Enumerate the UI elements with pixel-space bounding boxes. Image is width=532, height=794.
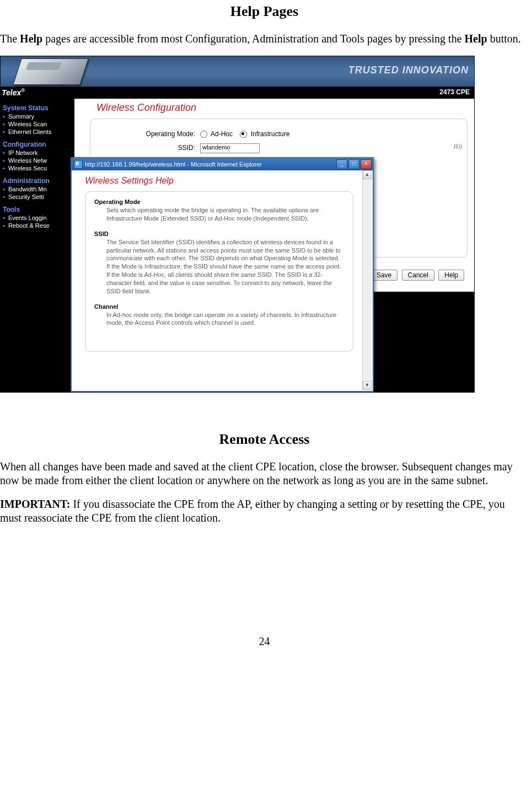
text-bold: Help	[20, 33, 42, 45]
sidebar-item-label: Wireless Secu	[7, 165, 47, 171]
help-topic-title: Channel	[94, 303, 344, 310]
maximize-icon[interactable]: □	[348, 159, 359, 169]
sidebar-category: Tools	[3, 206, 77, 213]
bullet-icon: •	[3, 222, 5, 229]
button-bar: Save Cancel Help	[368, 270, 464, 281]
sidebar-item[interactable]: • IP Network	[3, 149, 77, 156]
page-number: 24	[0, 635, 529, 648]
sidebar-category: System Status	[3, 104, 77, 112]
bullet-icon: •	[3, 113, 5, 120]
infrastructure-radio[interactable]	[240, 131, 247, 138]
cancel-button[interactable]: Cancel	[402, 270, 434, 281]
help-popup-window: http://192.168.1.99/help/wireless.html -…	[71, 157, 374, 392]
popup-body: Wireless Settings Help Operating ModeSet…	[73, 170, 372, 390]
help-topic-body: In Ad-hoc mode only, the bridge can oper…	[106, 311, 344, 328]
telex-antenna-logo	[13, 58, 89, 85]
close-icon[interactable]: ×	[361, 159, 372, 169]
bullet-icon: •	[3, 121, 5, 127]
important-paragraph: IMPORTANT: If you disassociate the CPE f…	[0, 497, 529, 525]
sidebar-item[interactable]: • Ethernet Clients	[3, 128, 77, 135]
sidebar-item[interactable]: • Reboot & Rese	[3, 222, 77, 229]
scroll-down-icon[interactable]: ▼	[363, 381, 372, 390]
model-label: 2473 CPE	[439, 88, 470, 96]
text: button.	[487, 33, 521, 45]
help-topic: ChannelIn Ad-hoc mode only, the bridge c…	[94, 303, 344, 328]
ssid-hint-fragment: ID)	[454, 143, 462, 149]
sidebar-item[interactable]: • Wireless Secu	[3, 165, 77, 171]
minimize-icon[interactable]: _	[336, 159, 347, 169]
operating-mode-row: Operating Mode: Ad-Hoc Infrastructure	[118, 130, 289, 138]
brand-reg: ®	[21, 88, 25, 93]
help-intro-paragraph: The Help pages are accessible from most …	[0, 32, 529, 46]
brand-bar: Telex® 2473 CPE	[1, 87, 474, 99]
ssid-row: SSID: wlandemo	[118, 143, 260, 153]
help-topic-title: Operating Mode	[94, 198, 344, 205]
sidebar-item-label: Security Setti	[7, 194, 44, 200]
popup-scrollbar[interactable]: ▲ ▼	[362, 170, 372, 390]
popup-title: http://192.168.1.99/help/wireless.html -…	[85, 161, 336, 168]
sidebar-item[interactable]: • Security Setti	[3, 194, 77, 200]
nav-sidebar: System Status• Summary• Wireless Scan• E…	[1, 99, 77, 392]
help-topic: Operating ModeSets which operating mode …	[94, 198, 344, 223]
popup-titlebar[interactable]: http://192.168.1.99/help/wireless.html -…	[72, 158, 373, 170]
text-bold: Help	[465, 33, 487, 45]
sidebar-item[interactable]: • Wireless Scan	[3, 121, 77, 127]
help-topic-title: SSID	[94, 230, 344, 237]
help-page-title: Wireless Settings Help	[85, 176, 353, 186]
sidebar-category: Administration	[3, 177, 77, 185]
page-title: Wireless Configuration	[74, 99, 474, 116]
text: pages are accessible from most Configura…	[42, 33, 464, 45]
remote-access-paragraph: When all changes have been made and save…	[0, 460, 529, 487]
help-button[interactable]: Help	[438, 270, 464, 281]
ssid-input[interactable]: wlandemo	[200, 143, 260, 153]
sidebar-item-label: Ethernet Clients	[7, 128, 51, 135]
bullet-icon: •	[3, 186, 5, 192]
help-topic-body: The Service Set Identifier (SSID) identi…	[106, 238, 344, 296]
sidebar-item-label: IP Network	[7, 149, 38, 156]
top-banner: TRUSTED INNOVATION	[1, 56, 474, 87]
sidebar-item-label: Reboot & Rese	[7, 222, 50, 229]
popup-content: Wireless Settings Help Operating ModeSet…	[73, 170, 362, 390]
sidebar-item-label: Wireless Scan	[7, 121, 47, 127]
sidebar-item[interactable]: • Events Loggin	[3, 214, 77, 221]
ie-icon	[74, 160, 83, 169]
banner-tagline: TRUSTED INNOVATION	[348, 65, 469, 76]
bullet-icon: •	[3, 194, 5, 200]
sidebar-item-label: Bandwidth Mn	[7, 186, 47, 192]
infrastructure-radio-label: Infrastructure	[251, 130, 290, 138]
adhoc-radio-label: Ad-Hoc	[211, 130, 233, 138]
bullet-icon: •	[3, 214, 5, 221]
sidebar-category: Configuration	[3, 141, 77, 148]
ssid-label: SSID:	[118, 144, 195, 152]
important-label: IMPORTANT:	[0, 498, 70, 510]
bullet-icon: •	[3, 165, 5, 171]
embedded-screenshot: TRUSTED INNOVATION Telex® 2473 CPE Syste…	[0, 56, 475, 393]
heading-remote-access: Remote Access	[0, 431, 529, 448]
text: The	[0, 33, 20, 45]
important-text: If you disassociate the CPE from the AP,…	[0, 498, 505, 524]
sidebar-item-label: Wireless Netw	[7, 157, 47, 164]
save-button[interactable]: Save	[370, 270, 397, 281]
operating-mode-label: Operating Mode:	[118, 130, 195, 138]
bullet-icon: •	[3, 149, 5, 156]
sidebar-item-label: Summary	[7, 113, 34, 120]
adhoc-radio[interactable]	[200, 131, 207, 138]
brand-text: Telex	[2, 88, 21, 97]
bullet-icon: •	[3, 157, 5, 164]
heading-help-pages: Help Pages	[0, 3, 529, 20]
help-topic: SSIDThe Service Set Identifier (SSID) id…	[94, 230, 344, 296]
sidebar-item-label: Events Loggin	[7, 214, 47, 221]
help-card: Operating ModeSets which operating mode …	[85, 191, 353, 352]
scroll-up-icon[interactable]: ▲	[363, 170, 372, 179]
sidebar-item[interactable]: • Wireless Netw	[3, 157, 77, 164]
sidebar-item[interactable]: • Summary	[3, 113, 77, 120]
help-topic-body: Sets which operating mode the bridge is …	[106, 206, 344, 223]
brand-name: Telex®	[2, 88, 25, 97]
bullet-icon: •	[3, 128, 5, 135]
sidebar-item[interactable]: • Bandwidth Mn	[3, 186, 77, 192]
